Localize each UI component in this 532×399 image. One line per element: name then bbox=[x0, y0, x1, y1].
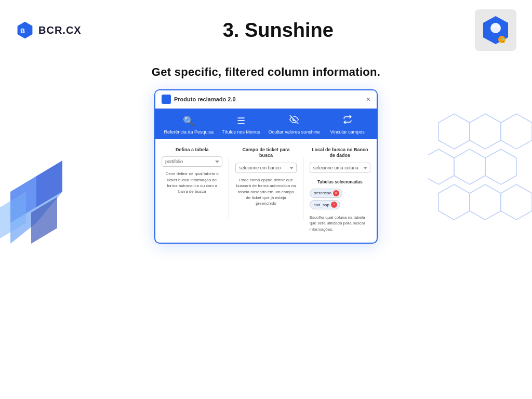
select-local[interactable]: selecione uma coluna bbox=[310, 163, 370, 173]
toolbar-item-vincular[interactable]: Vincular campos bbox=[327, 115, 368, 135]
dialog-toolbar: 🔍 Referência da Pesquisa ☰ Títulos nos M… bbox=[155, 109, 377, 139]
bcr-logo-icon: B bbox=[16, 21, 34, 39]
tag-remove-cod_sap[interactable]: × bbox=[331, 202, 337, 208]
svg-text:🔒: 🔒 bbox=[500, 37, 507, 43]
desc-campo: Pode como opção definir que buscará de f… bbox=[235, 177, 296, 206]
dialog-header-left: Produto reclamado 2.0 bbox=[162, 95, 236, 104]
dialog-title: Produto reclamado 2.0 bbox=[174, 96, 236, 102]
dialog-close-button[interactable]: × bbox=[366, 96, 370, 103]
logo-text: BCR.CX bbox=[38, 24, 82, 36]
selected-tables-label: Tabelas selecionadas bbox=[310, 179, 370, 184]
form-col-tabela: Defina a tabela portifolio Deve definir … bbox=[162, 147, 222, 194]
svg-marker-20 bbox=[501, 184, 532, 220]
toolbar-item-ocultar[interactable]: Ocultar valores sunshine bbox=[269, 115, 320, 135]
toolbar-label-vincular: Vincular campos bbox=[330, 129, 364, 135]
svg-marker-14 bbox=[501, 114, 532, 149]
dialog-window: Produto reclamado 2.0 × 🔍 Referência da … bbox=[154, 89, 378, 244]
menu-icon: ☰ bbox=[237, 115, 245, 127]
search-icon: 🔍 bbox=[183, 115, 194, 127]
tag-cod_sap: cod_sap × bbox=[310, 200, 340, 209]
dialog-body: Defina a tabela portifolio Deve definir … bbox=[155, 139, 377, 243]
content-area: Produto reclamado 2.0 × 🔍 Referência da … bbox=[0, 89, 532, 244]
col-divider-2 bbox=[303, 157, 303, 220]
label-tabela: Defina a tabela bbox=[162, 147, 222, 153]
desc-tabela: Deve definir de qual tabela o ticket bus… bbox=[162, 171, 222, 194]
toolbar-label-referencia: Referência da Pesquisa bbox=[164, 129, 214, 135]
toolbar-label-titulos: Títulos nos Menus bbox=[222, 129, 260, 135]
svg-marker-19 bbox=[470, 184, 501, 220]
form-columns: Defina a tabela portifolio Deve definir … bbox=[162, 147, 370, 232]
select-tabela[interactable]: portifolio bbox=[162, 156, 222, 167]
form-col-campo: Campo de ticket para busca selecione um … bbox=[235, 147, 296, 206]
toolbar-item-referencia[interactable]: 🔍 Referência da Pesquisa bbox=[164, 115, 214, 135]
page-header: B BCR.CX 3. Sunshine 🔒 bbox=[0, 0, 532, 56]
link-icon bbox=[343, 115, 352, 127]
select-campo[interactable]: selecione um banco bbox=[235, 163, 296, 173]
label-local: Local de busca no Banco de dados bbox=[310, 147, 370, 159]
svg-marker-17 bbox=[485, 149, 516, 184]
eye-off-icon bbox=[289, 115, 299, 127]
desc-local: Escolha qual coluna na tabela que será u… bbox=[310, 215, 370, 232]
svg-marker-15 bbox=[428, 149, 454, 184]
label-campo: Campo de ticket para busca bbox=[235, 147, 296, 159]
tag-descricao: descricao × bbox=[310, 189, 342, 198]
app-icon: 🔒 bbox=[480, 15, 511, 46]
selected-tables: Tabelas selecionadas descricao × cod_sap… bbox=[310, 179, 370, 210]
tag-label-cod_sap: cod_sap bbox=[314, 203, 329, 207]
svg-marker-18 bbox=[438, 184, 470, 220]
svg-marker-16 bbox=[454, 149, 485, 184]
svg-text:B: B bbox=[20, 28, 25, 35]
subtitle: Get specific, filtered column informatio… bbox=[0, 65, 532, 79]
page-title: 3. Sunshine bbox=[82, 19, 475, 42]
toolbar-label-ocultar: Ocultar valores sunshine bbox=[269, 129, 320, 135]
tag-label-descricao: descricao bbox=[314, 191, 331, 195]
toolbar-item-titulos[interactable]: ☰ Títulos nos Menus bbox=[220, 115, 262, 135]
dialog-header-icon bbox=[162, 95, 171, 104]
deco-bottom-left bbox=[0, 140, 83, 244]
form-col-local: Local de busca no Banco de dados selecio… bbox=[310, 147, 370, 232]
col-divider-1 bbox=[229, 157, 229, 220]
logo-area: B BCR.CX bbox=[16, 21, 82, 39]
app-icon-area: 🔒 bbox=[475, 9, 516, 51]
svg-marker-13 bbox=[470, 114, 501, 149]
deco-bottom-right bbox=[428, 109, 532, 244]
svg-marker-12 bbox=[438, 114, 470, 149]
dialog-header: Produto reclamado 2.0 × bbox=[155, 90, 377, 109]
tag-remove-descricao[interactable]: × bbox=[333, 190, 339, 196]
